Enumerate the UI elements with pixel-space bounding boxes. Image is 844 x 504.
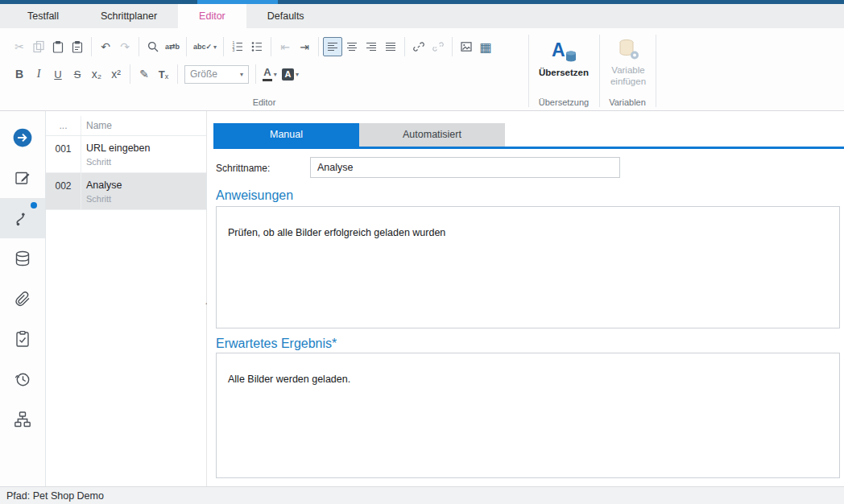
- status-path-text: Pfad: Pet Shop Demo: [6, 490, 104, 502]
- step-number: 002: [46, 173, 81, 209]
- ribbon-group-separator: [599, 35, 600, 107]
- ribbon-group-separator: [528, 35, 529, 107]
- step-list-header-id: ...: [46, 116, 81, 135]
- application-window: Testfall Schrittplaner Editor Defaults ✂…: [0, 0, 844, 504]
- ribbon-separator: [404, 37, 405, 56]
- spellcheck-glyph: abc✓: [193, 43, 212, 51]
- ribbon-separator: [255, 64, 256, 84]
- font-color-icon: A: [263, 67, 271, 81]
- status-bar: Pfad: Pet Shop Demo: [0, 486, 844, 504]
- ribbon-group-label-variables: Variablen: [599, 97, 656, 107]
- translate-button[interactable]: A Übersetzen: [532, 35, 596, 77]
- clear-formatting-t: T: [159, 68, 165, 81]
- step-name-label: Schrittname:: [216, 163, 270, 174]
- tab-automatisiert[interactable]: Automatisiert: [359, 123, 505, 147]
- align-right-icon[interactable]: [362, 37, 381, 56]
- insert-image-icon[interactable]: [457, 37, 476, 56]
- step-list-row[interactable]: 001 URL eingeben Schritt: [46, 136, 206, 173]
- indent-icon[interactable]: ⇥: [295, 37, 314, 56]
- fill-color-icon: A: [282, 68, 294, 81]
- notification-dot: [31, 202, 37, 209]
- step-name-input[interactable]: [310, 157, 620, 178]
- paste-special-icon[interactable]: [68, 37, 87, 56]
- expected-result-heading: Erwartetes Ergebnis*: [216, 337, 337, 351]
- ribbon-row-2: B I U S x₂ x² ✎ T x Größe ▾ A ▾ A: [10, 64, 301, 85]
- step-list-row-selected[interactable]: 002 Analyse Schritt: [46, 173, 206, 210]
- database-icon: [13, 249, 32, 268]
- ribbon-tab-defaults[interactable]: Defaults: [246, 4, 325, 28]
- instructions-heading: Anweisungen: [216, 188, 293, 203]
- step-detail-panel: Manual Automatisiert Schrittname: Anweis…: [207, 111, 844, 486]
- strikethrough-icon[interactable]: S: [68, 64, 87, 84]
- tab-accent-line: [213, 147, 844, 149]
- underline-icon[interactable]: U: [48, 64, 68, 84]
- step-type: Schritt: [86, 194, 122, 204]
- replace-icon[interactable]: a⇄b: [163, 37, 182, 56]
- ribbon-group-label-editor: Editor: [0, 97, 528, 107]
- svg-text:A: A: [552, 39, 565, 60]
- ribbon-separator: [139, 37, 139, 56]
- sidebar-item-edit[interactable]: [0, 158, 45, 198]
- ribbon-tab-testfall[interactable]: Testfall: [6, 4, 80, 28]
- clear-formatting-icon[interactable]: T x: [154, 64, 173, 84]
- step-list-header: ... Name: [46, 116, 206, 136]
- font-size-dropdown[interactable]: Größe ▾: [184, 65, 249, 84]
- ribbon-tab-schrittplaner[interactable]: Schrittplaner: [80, 4, 178, 28]
- sidebar-item-checklist[interactable]: [0, 319, 45, 359]
- instructions-editor[interactable]: Prüfen, ob alle Bilder erfolgreich gelad…: [216, 206, 840, 328]
- chevron-down-icon: ▾: [240, 71, 243, 78]
- chevron-down-icon: ▾: [296, 71, 299, 78]
- sidebar-item-history[interactable]: [0, 359, 45, 399]
- link-icon[interactable]: [409, 37, 428, 56]
- ribbon-separator: [271, 37, 271, 56]
- italic-icon[interactable]: I: [29, 64, 48, 84]
- insert-table-icon[interactable]: ▦: [476, 37, 495, 56]
- ribbon-group-separator: [656, 35, 656, 107]
- ribbon-separator: [223, 37, 224, 56]
- font-size-dropdown-label: Größe: [190, 68, 217, 80]
- subscript-icon[interactable]: x₂: [87, 64, 106, 84]
- step-number: 001: [46, 136, 81, 172]
- font-color-button[interactable]: A ▾: [260, 64, 279, 84]
- spellcheck-icon[interactable]: abc✓ ▾: [191, 37, 219, 56]
- ribbon-tab-editor[interactable]: Editor: [178, 4, 246, 28]
- search-icon[interactable]: [143, 37, 163, 56]
- format-painter-icon[interactable]: ✎: [134, 64, 154, 84]
- chevron-down-icon: ▾: [274, 71, 277, 78]
- steps-icon: [13, 209, 32, 228]
- ribbon-separator: [452, 37, 453, 56]
- fill-color-button[interactable]: A ▾: [279, 64, 301, 84]
- expected-result-editor[interactable]: Alle Bilder werden geladen.: [216, 353, 840, 478]
- step-list-header-name: Name: [81, 120, 112, 131]
- sidebar-item-data[interactable]: [0, 238, 45, 279]
- align-center-icon[interactable]: [342, 37, 362, 56]
- navigate-icon: [12, 127, 33, 148]
- ribbon-separator: [91, 37, 92, 56]
- detail-tabs: Manual Automatisiert: [213, 123, 505, 147]
- clear-formatting-x: x: [165, 72, 169, 81]
- sidebar-item-attachments[interactable]: [0, 279, 45, 319]
- ribbon-row-1: ✂ ↶ ↷ a⇄b abc✓ ▾: [10, 36, 495, 57]
- superscript-icon[interactable]: x²: [106, 64, 126, 84]
- undo-icon[interactable]: ↶: [96, 37, 115, 56]
- hierarchy-icon: [13, 410, 32, 429]
- ribbon-tabbar: Testfall Schrittplaner Editor Defaults: [0, 4, 844, 28]
- bullet-list-icon[interactable]: [247, 37, 267, 56]
- ribbon-separator: [318, 37, 319, 56]
- paste-icon[interactable]: [48, 37, 68, 56]
- align-left-icon[interactable]: [323, 37, 342, 56]
- attachment-icon: [13, 289, 32, 308]
- checklist-icon: [13, 329, 32, 349]
- ribbon-separator: [130, 64, 130, 84]
- ribbon: ✂ ↶ ↷ a⇄b abc✓ ▾: [0, 28, 844, 111]
- navigation-sidebar: [0, 111, 46, 486]
- tab-manual[interactable]: Manual: [213, 123, 359, 147]
- copy-icon: [29, 37, 48, 56]
- align-justify-icon[interactable]: [381, 37, 400, 56]
- numbered-list-icon[interactable]: 123: [228, 37, 247, 56]
- sidebar-item-structure[interactable]: [0, 399, 45, 440]
- sidebar-item-navigate[interactable]: [0, 118, 45, 158]
- sidebar-item-steps[interactable]: [0, 198, 45, 238]
- unlink-icon: [428, 37, 448, 56]
- bold-icon[interactable]: B: [10, 64, 29, 84]
